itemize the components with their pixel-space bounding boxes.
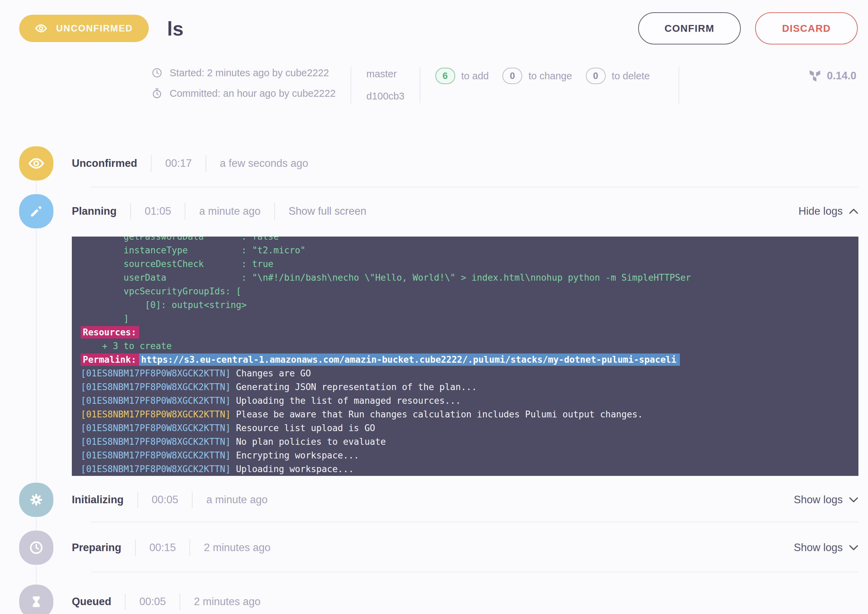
status-badge-label: UNCONFIRMED (56, 23, 133, 34)
git-info: master d100cb3 (366, 67, 404, 102)
divider (91, 187, 859, 188)
topbar: UNCONFIRMED ls CONFIRM DISCARD (0, 0, 868, 45)
planning-log-terminal[interactable]: getPasswordData : false instanceType : "… (72, 237, 859, 476)
stage-name: Queued (72, 595, 111, 608)
show-logs-toggle[interactable]: Show logs (794, 494, 859, 506)
stage-name: Planning (72, 205, 116, 217)
hourglass-icon (19, 585, 53, 614)
divider (189, 540, 190, 556)
stage-queued: Queued 00:05 2 minutes ago (19, 585, 868, 614)
stage-timestamp: a minute ago (199, 205, 260, 217)
divider (420, 67, 420, 103)
stage-duration: 00:05 (139, 595, 166, 608)
terraform-version: 0.14.0 (809, 67, 856, 82)
divider (274, 203, 275, 220)
divider (130, 203, 131, 220)
divider (351, 67, 351, 103)
to-delete-count: 0 (586, 68, 606, 84)
divider (91, 572, 859, 572)
divider (151, 155, 152, 172)
log-lines: getPasswordData : false instanceType : "… (81, 237, 859, 476)
to-add-count: 6 (435, 68, 455, 84)
pencil-icon (19, 194, 53, 228)
show-logs-toggle[interactable]: Show logs (794, 541, 859, 554)
divider (180, 594, 180, 610)
to-add-label: to add (461, 70, 489, 82)
to-change-label: to change (528, 70, 572, 82)
divider (91, 522, 859, 523)
commit-hash: d100cb3 (366, 91, 404, 102)
stage-planning: Planning 01:05 a minute ago Show full sc… (19, 194, 868, 476)
stage-duration: 01:05 (144, 205, 171, 217)
divider (185, 203, 185, 220)
started-text: Started: 2 minutes ago by cube2222 (170, 67, 329, 79)
to-change-count: 0 (502, 68, 522, 84)
stage-timestamp: a minute ago (206, 494, 267, 506)
status-badge: UNCONFIRMED (19, 15, 149, 42)
run-meta: Started: 2 minutes ago by cube2222 Commi… (151, 67, 858, 103)
committed-text: Committed: an hour ago by cube2222 (170, 88, 335, 99)
clock-icon (151, 67, 163, 79)
divider (192, 492, 193, 508)
stage-name: Preparing (72, 541, 121, 554)
stage-preparing: Preparing 00:15 2 minutes ago Show logs (19, 530, 868, 565)
stage-timestamp: 2 minutes ago (204, 541, 270, 554)
clock-icon (19, 530, 53, 565)
stage-initializing: Initializing 00:05 a minute ago Show log… (19, 483, 868, 517)
page-title: ls (167, 17, 184, 40)
stage-name: Initializing (72, 494, 124, 506)
to-delete-label: to delete (612, 70, 650, 82)
branch-name: master (366, 68, 404, 80)
stage-unconfirmed: Unconfirmed 00:17 a few seconds ago (19, 146, 868, 180)
change-counts: 6 to add 0 to change 0 to delete (435, 67, 663, 84)
terraform-version-label: 0.14.0 (827, 70, 856, 82)
stage-timestamp: a few seconds ago (220, 157, 309, 169)
divider (205, 155, 206, 172)
stage-timestamp: 2 minutes ago (194, 595, 261, 608)
chevron-down-icon (849, 544, 859, 551)
hide-logs-toggle[interactable]: Hide logs (798, 205, 859, 217)
gear-icon (19, 483, 53, 517)
stage-duration: 00:17 (165, 157, 192, 169)
eye-icon (19, 146, 53, 180)
chevron-down-icon (849, 497, 859, 503)
stage-duration: 00:15 (149, 541, 176, 554)
divider (679, 67, 679, 103)
discard-button[interactable]: DISCARD (755, 12, 858, 45)
terraform-icon (809, 70, 821, 82)
divider (125, 594, 126, 610)
stage-name: Unconfirmed (72, 157, 137, 169)
chevron-up-icon (849, 208, 859, 214)
stage-duration: 00:05 (152, 494, 179, 506)
eye-icon (35, 22, 47, 34)
show-full-screen-link[interactable]: Show full screen (289, 205, 366, 217)
stage-timeline: Unconfirmed 00:17 a few seconds ago Plan… (0, 146, 868, 614)
stopwatch-icon (151, 87, 163, 99)
run-times: Started: 2 minutes ago by cube2222 Commi… (151, 67, 335, 99)
header-actions: CONFIRM DISCARD (638, 12, 858, 45)
divider (135, 540, 136, 556)
confirm-button[interactable]: CONFIRM (638, 12, 741, 45)
divider (138, 492, 138, 508)
